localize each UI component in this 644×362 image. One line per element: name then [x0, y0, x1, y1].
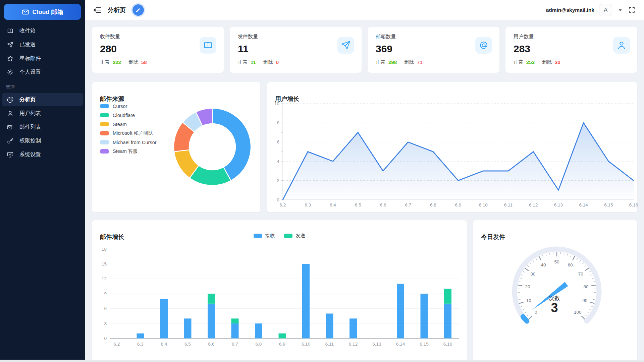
mail-growth-card: 邮件增长 接收发送 03691215186.26.36.46.56.66.76.… [92, 220, 467, 362]
svg-text:0: 0 [104, 336, 107, 341]
collapse-icon [93, 6, 102, 14]
svg-text:6.8: 6.8 [256, 342, 262, 347]
stat-deleted-value: 30 [555, 59, 560, 65]
stat-icon-box [337, 37, 354, 54]
stat-label: 收件数量 [100, 34, 216, 40]
stat-value: 11 [238, 43, 354, 55]
caret-down-icon[interactable] [617, 7, 624, 13]
nav-admin-group: 分析页用户列表邮件列表权限控制系统设置 [0, 93, 85, 161]
svg-text:10: 10 [526, 298, 531, 303]
stat-deleted-value: 58 [141, 59, 147, 65]
svg-text:15: 15 [102, 261, 107, 266]
legend-item[interactable]: Microsoft 帐户团队 [100, 129, 157, 138]
edit-button[interactable] [132, 4, 144, 16]
svg-text:8: 8 [277, 120, 279, 125]
pencil-icon [135, 7, 141, 13]
svg-text:60: 60 [568, 262, 573, 267]
svg-text:6: 6 [104, 306, 107, 311]
gauge-value: 3 [551, 301, 558, 315]
svg-text:50: 50 [554, 259, 559, 264]
svg-text:6.8: 6.8 [430, 202, 436, 207]
mail-source-card: 邮件来源 CursorCloudflareSteamMicrosoft 帐户团队… [92, 82, 260, 212]
caret-down-icon [617, 7, 624, 13]
mail-logo-icon [22, 8, 29, 16]
stat-normal-value: 11 [251, 59, 256, 65]
svg-text:30: 30 [530, 272, 535, 277]
stat-label: 用户数量 [514, 34, 629, 40]
sidebar-item-label: 已发送 [19, 41, 36, 48]
nav-section-label: 管理 [6, 84, 85, 90]
legend-item[interactable]: Steam [100, 120, 157, 129]
legend-item[interactable]: Michael from Cursor [100, 138, 157, 147]
bar-received-6.6 [208, 304, 215, 339]
collapse-menu-button[interactable] [93, 6, 102, 14]
legend-color-chip [100, 122, 109, 126]
svg-text:6.5: 6.5 [184, 342, 191, 347]
legend-label: Cloudflare [113, 113, 135, 118]
stat-card: 用户数量283正常253删除30 [505, 27, 637, 73]
stat-normal-label: 正常 [514, 59, 524, 65]
svg-text:10: 10 [274, 101, 279, 106]
sidebar-item-send[interactable]: 已发送 [2, 38, 83, 51]
sidebar-item-label: 系统设置 [19, 151, 41, 158]
svg-text:6.13: 6.13 [372, 342, 381, 347]
stat-normal-value: 222 [113, 59, 121, 65]
legend-item[interactable]: Cloudflare [100, 111, 157, 120]
sidebar-item-star[interactable]: 星标邮件 [2, 52, 83, 65]
svg-text:6.11: 6.11 [325, 342, 334, 347]
bottom-edge-strip [0, 360, 644, 362]
stat-normal-label: 正常 [376, 59, 386, 65]
logo-button[interactable]: Cloud 邮箱 [4, 4, 81, 20]
stat-normal-label: 正常 [100, 59, 110, 65]
bar-sent-6.9 [279, 334, 286, 339]
sidebar-item-gear[interactable]: 个人设置 [2, 65, 83, 79]
sidebar-item-inbox[interactable]: 收件箱 [2, 24, 83, 38]
svg-text:3: 3 [104, 321, 107, 326]
sidebar-item-label: 权限控制 [19, 137, 41, 144]
inbox-icon [7, 27, 14, 35]
sidebar-item-key[interactable]: 权限控制 [2, 134, 83, 147]
stat-meta: 正常253删除30 [514, 59, 629, 65]
sidebar-nav: 收件箱已发送星标邮件个人设置 管理 分析页用户列表邮件列表权限控制系统设置 [0, 24, 85, 162]
sidebar-item-mail-list[interactable]: 邮件列表 [2, 120, 83, 134]
svg-text:4: 4 [277, 159, 279, 164]
pie-icon [7, 96, 14, 103]
stat-deleted-value: 71 [417, 59, 423, 65]
sidebar-item-pie[interactable]: 分析页 [2, 93, 83, 106]
svg-text:6.3: 6.3 [305, 202, 311, 207]
mail-growth-bar-chart[interactable]: 03691215186.26.36.46.56.66.76.86.96.106.… [92, 220, 467, 362]
fullscreen-icon [628, 6, 635, 13]
user-icon [616, 40, 627, 50]
user-growth-line-chart[interactable]: 02468106.26.36.46.56.66.76.86.96.106.116… [267, 82, 638, 212]
stat-label: 发件数量 [238, 34, 354, 40]
svg-text:6.12: 6.12 [349, 342, 358, 347]
svg-text:6: 6 [277, 139, 279, 144]
svg-text:6.3: 6.3 [137, 342, 144, 347]
svg-text:20: 20 [525, 284, 530, 289]
avatar[interactable]: A [599, 4, 612, 16]
stat-value: 283 [514, 43, 629, 55]
stat-meta: 正常298删除71 [376, 59, 491, 65]
sidebar-item-monitor[interactable]: 系统设置 [2, 148, 83, 161]
svg-text:6.12: 6.12 [529, 202, 538, 207]
bar-sent-6.16 [444, 289, 451, 303]
svg-text:6.10: 6.10 [479, 202, 488, 207]
svg-text:6.4: 6.4 [161, 342, 167, 347]
svg-text:18: 18 [102, 247, 107, 252]
legend-label: Michael from Cursor [113, 140, 157, 145]
svg-text:6.15: 6.15 [604, 202, 613, 207]
legend-item[interactable]: Cursor [100, 102, 157, 111]
sidebar-item-label: 收件箱 [19, 27, 36, 35]
mail-source-legend: CursorCloudflareSteamMicrosoft 帐户团队Micha… [100, 102, 157, 156]
today-sent-gauge-chart[interactable]: 0102030405060708090100次数3 [473, 220, 637, 362]
fullscreen-button[interactable] [628, 6, 635, 13]
mail-source-donut-chart[interactable] [167, 100, 258, 194]
stat-normal-value: 298 [388, 59, 397, 65]
sidebar-item-user[interactable]: 用户列表 [2, 107, 83, 120]
legend-item[interactable]: Steam 客服 [100, 147, 157, 156]
svg-text:6.9: 6.9 [455, 202, 462, 207]
sidebar: Cloud 邮箱 收件箱已发送星标邮件个人设置 管理 分析页用户列表邮件列表权限… [0, 0, 85, 360]
admin-email: admin@skymail.ink [546, 7, 594, 13]
key-icon [7, 137, 14, 144]
stat-deleted-label: 删除 [128, 59, 139, 65]
